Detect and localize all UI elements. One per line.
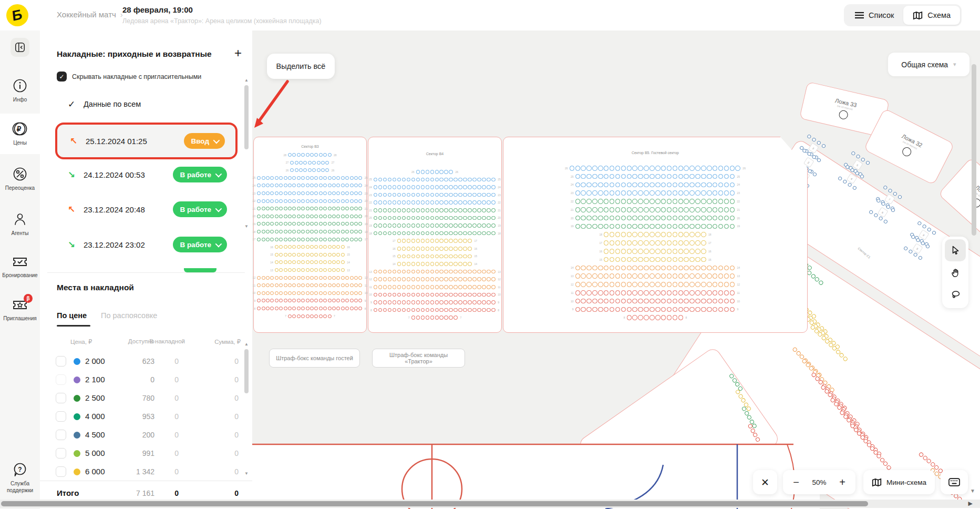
seat[interactable]: [718, 224, 724, 229]
seat[interactable]: [667, 166, 672, 171]
seat[interactable]: [463, 308, 467, 312]
seat[interactable]: [649, 273, 655, 279]
seat[interactable]: [350, 184, 354, 187]
seat[interactable]: [730, 182, 735, 188]
seat[interactable]: [581, 307, 586, 312]
seat[interactable]: [477, 270, 481, 274]
seat[interactable]: [393, 185, 397, 189]
seat[interactable]: [678, 282, 684, 287]
seat[interactable]: [482, 223, 486, 228]
seat[interactable]: [292, 283, 296, 287]
seat[interactable]: [482, 216, 486, 220]
seat[interactable]: [707, 266, 712, 271]
seat[interactable]: [444, 293, 448, 297]
seat[interactable]: [350, 238, 354, 241]
box-seat[interactable]: [901, 146, 913, 158]
seat[interactable]: [262, 176, 265, 180]
seat[interactable]: [570, 166, 575, 171]
seat[interactable]: [604, 290, 609, 296]
seat[interactable]: [284, 307, 287, 310]
seat[interactable]: [439, 262, 443, 266]
seat[interactable]: [301, 291, 305, 295]
seat[interactable]: [615, 282, 621, 287]
seat[interactable]: [463, 193, 467, 197]
seat[interactable]: [632, 299, 637, 304]
seat[interactable]: [354, 215, 358, 218]
seat[interactable]: [463, 270, 467, 274]
seat[interactable]: [341, 276, 345, 280]
seat[interactable]: [695, 166, 700, 171]
seat[interactable]: [435, 193, 439, 197]
seat[interactable]: [257, 299, 261, 302]
seat[interactable]: [444, 193, 448, 197]
seat[interactable]: [604, 207, 609, 212]
seat[interactable]: [661, 257, 666, 262]
seat[interactable]: [463, 262, 467, 266]
seat[interactable]: [297, 191, 301, 195]
seat[interactable]: [724, 166, 729, 171]
seat[interactable]: [358, 191, 362, 195]
seat[interactable]: [383, 216, 387, 220]
seat[interactable]: [314, 299, 318, 302]
seat[interactable]: [397, 231, 401, 236]
seat[interactable]: [328, 260, 332, 264]
seat[interactable]: [426, 293, 430, 297]
seat[interactable]: [869, 210, 874, 215]
seat[interactable]: [279, 260, 283, 264]
seat[interactable]: [701, 199, 706, 204]
seat[interactable]: [292, 207, 296, 210]
seat[interactable]: [292, 176, 296, 180]
seat[interactable]: [341, 199, 345, 203]
seat[interactable]: [388, 231, 392, 236]
seat[interactable]: [411, 185, 416, 189]
seat[interactable]: [615, 166, 621, 171]
seat[interactable]: [354, 307, 358, 310]
seat[interactable]: [303, 168, 307, 172]
seat[interactable]: [350, 207, 354, 210]
seat[interactable]: [310, 230, 314, 233]
seat[interactable]: [649, 299, 655, 304]
seat[interactable]: [266, 215, 270, 218]
seat[interactable]: [707, 307, 712, 312]
seat[interactable]: [319, 207, 323, 210]
seat[interactable]: [627, 207, 632, 212]
seat[interactable]: [266, 230, 270, 233]
zoom-out-button[interactable]: −: [785, 470, 808, 494]
cursor-tool[interactable]: [945, 239, 966, 261]
seat[interactable]: [667, 174, 672, 179]
seat[interactable]: [592, 273, 597, 279]
seat[interactable]: [649, 182, 655, 188]
seat[interactable]: [673, 257, 678, 262]
seat[interactable]: [257, 307, 261, 310]
seat[interactable]: [661, 240, 666, 246]
seat[interactable]: [266, 238, 270, 241]
seat[interactable]: [638, 249, 643, 254]
seat[interactable]: [667, 282, 672, 287]
seat[interactable]: [378, 216, 383, 220]
seat[interactable]: [397, 185, 401, 189]
seat[interactable]: [673, 216, 678, 221]
seat[interactable]: [288, 253, 292, 257]
seat[interactable]: [421, 262, 425, 266]
seat[interactable]: [482, 193, 486, 197]
seat[interactable]: [615, 299, 621, 304]
seat[interactable]: [458, 270, 462, 274]
seat[interactable]: [319, 230, 323, 233]
seat[interactable]: [627, 190, 632, 196]
seat[interactable]: [644, 315, 649, 320]
seat[interactable]: [678, 216, 684, 221]
seat[interactable]: [411, 178, 416, 182]
seat[interactable]: [279, 222, 283, 226]
seat[interactable]: [468, 178, 472, 182]
seat[interactable]: [724, 307, 729, 312]
seat[interactable]: [439, 170, 443, 174]
seat[interactable]: [378, 277, 383, 281]
seat[interactable]: [430, 200, 435, 205]
seat[interactable]: [695, 290, 700, 296]
seat[interactable]: [718, 299, 724, 304]
seat[interactable]: [297, 230, 301, 233]
seat[interactable]: [310, 283, 314, 287]
seat[interactable]: [317, 161, 321, 165]
seat[interactable]: [458, 216, 462, 220]
seat[interactable]: [439, 239, 443, 243]
